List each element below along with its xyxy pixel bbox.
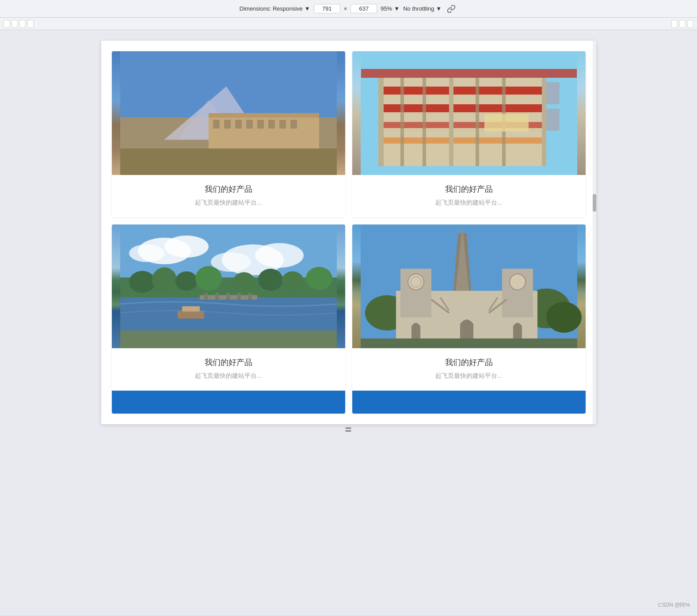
svg-point-40 <box>255 243 304 268</box>
throttling-label: No throttling <box>403 5 434 12</box>
cta-button-2[interactable] <box>352 391 586 414</box>
product-image-1 <box>112 51 345 175</box>
devtools-bar: Dimensions: Responsive ▼ 791 × 637 95% ▼… <box>0 0 697 18</box>
svg-rect-24 <box>449 78 453 166</box>
svg-point-38 <box>129 244 164 262</box>
drag-handle-icon: 〓 <box>344 424 353 435</box>
svg-rect-10 <box>257 120 264 129</box>
svg-rect-7 <box>224 120 231 129</box>
svg-rect-56 <box>237 293 241 300</box>
product-image-3 <box>112 224 345 348</box>
svg-point-43 <box>129 271 156 293</box>
svg-rect-13 <box>290 120 297 129</box>
tb-item-6 <box>679 20 686 28</box>
throttling-dropdown[interactable]: No throttling ▼ <box>403 5 442 12</box>
dimension-separator: × <box>344 5 347 12</box>
svg-point-64 <box>546 302 582 333</box>
product-title-3: 我们的好产品 <box>122 357 335 368</box>
product-title-4: 我们的好产品 <box>363 357 575 368</box>
chain-icon-button[interactable] <box>445 3 457 15</box>
svg-point-37 <box>164 236 209 258</box>
svg-point-46 <box>195 266 222 291</box>
tb-item-3 <box>19 20 26 28</box>
product-title-2: 我们的好产品 <box>363 184 575 194</box>
svg-point-44 <box>152 267 177 292</box>
svg-rect-55 <box>226 293 230 300</box>
svg-rect-4 <box>209 113 319 148</box>
svg-rect-25 <box>476 78 479 166</box>
svg-point-48 <box>258 269 283 291</box>
zoom-label: 95% <box>381 5 392 12</box>
svg-point-49 <box>282 271 304 291</box>
dimensions-label: Dimensions: Responsive <box>240 5 303 12</box>
browser-viewport: 我们的好产品 起飞页最快的建站平台... <box>101 41 596 424</box>
svg-rect-8 <box>235 120 242 129</box>
svg-rect-9 <box>246 120 253 129</box>
svg-rect-6 <box>213 120 220 129</box>
product-grid: 我们的好产品 起飞页最快的建站平台... <box>101 41 596 424</box>
dimensions-dropdown[interactable]: Dimensions: Responsive ▼ <box>240 5 310 12</box>
drag-handle[interactable]: 〓 <box>11 424 686 435</box>
throttling-chevron: ▼ <box>436 5 442 12</box>
svg-rect-12 <box>279 120 286 129</box>
svg-rect-54 <box>215 293 219 300</box>
product-card-3: 我们的好产品 起飞页最快的建站平台... <box>112 224 345 414</box>
svg-rect-14 <box>120 148 337 175</box>
svg-rect-58 <box>178 311 204 319</box>
product-info-1: 我们的好产品 起飞页最快的建站平台... <box>112 175 345 217</box>
product-desc-2: 起飞页最快的建站平台... <box>363 199 575 207</box>
zoom-dropdown[interactable]: 95% ▼ <box>381 5 400 12</box>
tb-item-5 <box>671 20 678 28</box>
svg-rect-22 <box>400 78 404 166</box>
svg-rect-27 <box>542 78 546 166</box>
svg-point-50 <box>306 267 332 290</box>
product-info-4: 我们的好产品 起飞页最快的建站平台... <box>352 348 586 391</box>
main-area: 我们的好产品 起飞页最快的建站平台... <box>0 30 697 615</box>
svg-rect-11 <box>268 120 275 129</box>
svg-rect-77 <box>361 338 577 348</box>
toolbar-strip <box>0 18 697 30</box>
product-card-4: 我们的好产品 起飞页最快的建站平台... <box>352 224 586 414</box>
scrollbar-track <box>593 41 596 424</box>
svg-point-70 <box>510 274 526 290</box>
width-field[interactable]: 791 <box>314 4 340 13</box>
svg-point-47 <box>233 272 255 292</box>
watermark-text: CSDN @阿% <box>658 602 690 608</box>
svg-rect-29 <box>546 109 560 131</box>
svg-rect-28 <box>546 82 560 104</box>
svg-rect-59 <box>182 306 200 312</box>
zoom-chevron: ▼ <box>394 5 400 12</box>
svg-rect-34 <box>484 114 529 132</box>
product-image-2 <box>352 51 586 175</box>
svg-point-68 <box>408 274 424 290</box>
tb-item-7 <box>687 20 693 28</box>
product-desc-1: 起飞页最快的建站平台... <box>122 199 335 207</box>
product-card-1: 我们的好产品 起飞页最快的建站平台... <box>112 51 345 217</box>
watermark: CSDN @阿% <box>658 601 690 609</box>
product-card-2: 我们的好产品 起飞页最快的建站平台... <box>352 51 586 217</box>
svg-rect-60 <box>120 331 337 348</box>
tb-item-4 <box>27 20 34 28</box>
scrollbar-thumb[interactable] <box>593 194 596 212</box>
product-desc-4: 起飞页最快的建站平台... <box>363 372 575 380</box>
tb-item-2 <box>11 20 18 28</box>
product-info-3: 我们的好产品 起飞页最快的建站平台... <box>112 348 345 391</box>
product-info-2: 我们的好产品 起飞页最快的建站平台... <box>352 175 586 217</box>
svg-rect-57 <box>248 293 252 300</box>
cta-button-1[interactable] <box>112 391 345 414</box>
height-field[interactable]: 637 <box>350 4 377 13</box>
svg-rect-21 <box>378 78 384 166</box>
product-image-4 <box>352 224 586 348</box>
svg-rect-53 <box>204 293 208 300</box>
svg-rect-23 <box>423 78 426 166</box>
product-title-1: 我们的好产品 <box>122 184 335 194</box>
dimensions-chevron: ▼ <box>305 5 310 12</box>
svg-point-45 <box>175 271 198 291</box>
svg-rect-5 <box>209 113 319 118</box>
product-desc-3: 起飞页最快的建站平台... <box>122 372 335 380</box>
tb-item-1 <box>4 20 10 28</box>
